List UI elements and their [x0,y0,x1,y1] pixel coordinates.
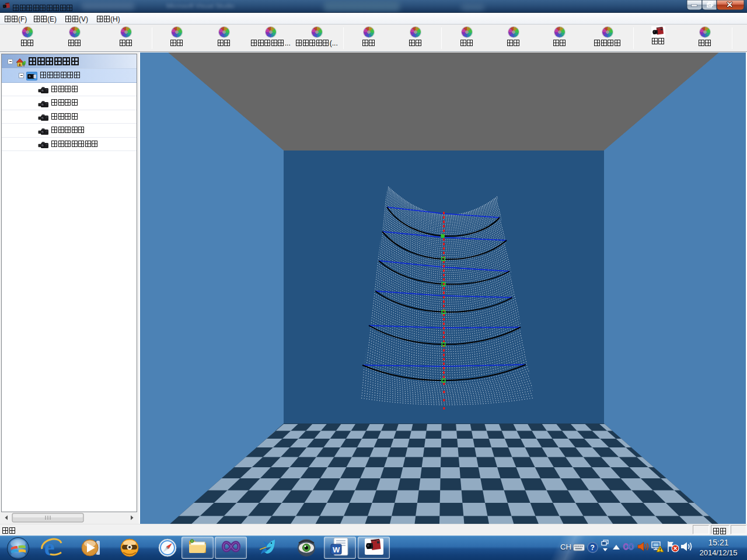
svg-text:W: W [333,545,340,554]
svg-text:?: ? [591,544,595,552]
